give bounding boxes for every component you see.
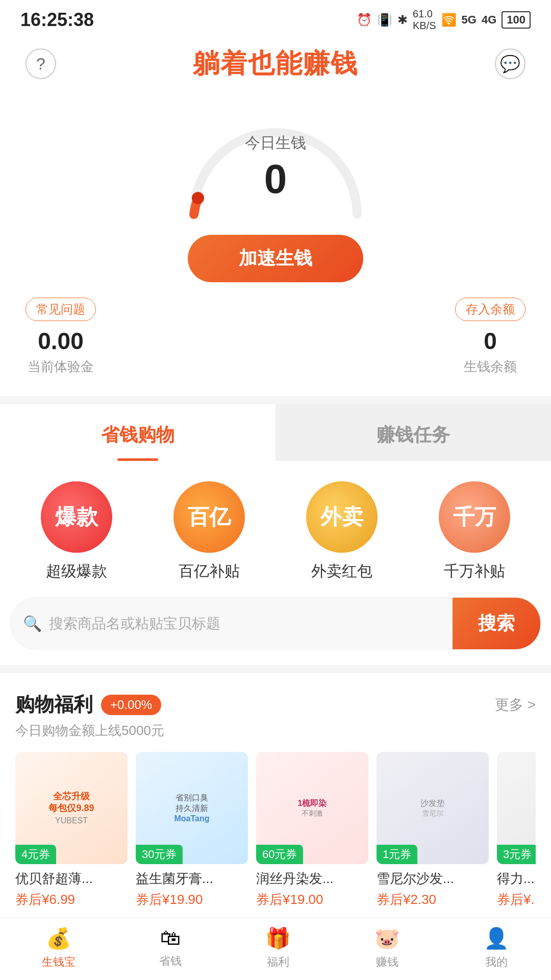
message-button[interactable]: 💬 [495, 48, 525, 79]
category-takeout[interactable]: 外卖 外卖红包 [306, 481, 378, 582]
search-button[interactable]: 搜索 [453, 598, 540, 649]
speed-indicator: 61.0KB/S [413, 8, 436, 32]
product-card[interactable]: 1梳即染 不刺激 60元券 润丝丹染发... 券后¥19.00 [256, 752, 368, 909]
product-coupon: 3元券 [497, 845, 536, 864]
wifi-icon: 🛜 [441, 13, 457, 27]
nav-item-home[interactable]: 💰 生钱宝 [42, 926, 76, 970]
search-bar: 🔍 搜索商品名或粘贴宝贝标题 搜索 [10, 597, 541, 650]
nav-label-save: 省钱 [159, 953, 182, 969]
product-price: 券后¥19.00 [256, 891, 368, 909]
help-button[interactable]: ? [26, 48, 56, 79]
benefits-header: 购物福利 +0.00% 更多 > [15, 692, 536, 718]
accelerate-button[interactable]: 加速生钱 [188, 235, 363, 282]
million-subsidy-label: 千万补贴 [444, 561, 505, 582]
main-balance-desc: 生钱余额 [464, 358, 517, 376]
category-section: 爆款 超级爆款 百亿 百亿补贴 外卖 外卖红包 千万 千万补贴 🔍 [0, 461, 551, 665]
gauge-value: 0 [245, 159, 306, 200]
search-input-wrap[interactable]: 🔍 搜索商品名或粘贴宝贝标题 [11, 614, 453, 633]
super-deals-icon: 爆款 [41, 481, 112, 553]
product-image: 省别口臭持久清新 MoaTang 30元券 [136, 752, 248, 864]
search-icon: 🔍 [23, 615, 42, 632]
question-icon: ? [36, 55, 45, 74]
bottom-nav: 💰 生钱宝 🛍 省钱 🎁 福利 🐷 赚钱 👤 我的 [0, 918, 551, 980]
product-card[interactable]: 全芯升级每包仅9.89 YUBEST 4元券 优贝舒超薄... 券后¥6.99 [15, 752, 128, 909]
main-balance: 存入余额 0 生钱余额 [455, 298, 525, 376]
svg-point-0 [192, 192, 204, 204]
experience-balance: 常见问题 0.00 当前体验金 [26, 298, 96, 376]
million-subsidy-icon: 千万 [439, 481, 510, 553]
search-placeholder: 搜索商品名或粘贴宝贝标题 [49, 614, 220, 633]
faq-tag[interactable]: 常见问题 [26, 298, 96, 321]
product-card[interactable]: 沙发垫 雪尼尔 1元券 雪尼尔沙发... 券后¥2.30 [377, 752, 489, 909]
nav-item-save[interactable]: 🛍 省钱 [159, 926, 182, 970]
nav-item-profile[interactable]: 👤 我的 [484, 926, 509, 970]
product-image: 全芯升级每包仅9.89 YUBEST 4元券 [15, 752, 128, 864]
super-deals-label: 超级爆款 [46, 561, 107, 582]
product-name: 优贝舒超薄... [15, 869, 128, 888]
earn-icon: 🐷 [374, 926, 400, 950]
battery-icon: 100 [502, 11, 531, 29]
bluetooth-icon: ✱ [397, 13, 408, 27]
product-coupon: 60元券 [256, 845, 303, 864]
header: ? 躺着也能赚钱 💬 [0, 36, 551, 97]
category-grid: 爆款 超级爆款 百亿 百亿补贴 外卖 外卖红包 千万 千万补贴 [10, 481, 541, 582]
benefits-title-row: 购物福利 +0.00% [15, 692, 161, 718]
status-icons: ⏰ 📳 ✱ 61.0KB/S 🛜 5G 4G 100 [357, 8, 531, 32]
takeout-icon: 外卖 [306, 481, 378, 553]
gauge-center: 今日生钱 0 [245, 133, 306, 200]
billion-subsidy-icon: 百亿 [173, 481, 245, 553]
product-price: 券后¥19.90 [136, 891, 248, 909]
benefits-section: 购物福利 +0.00% 更多 > 今日购物金额上线5000元 全芯升级每包仅9.… [0, 673, 551, 919]
save-icon: 🛍 [160, 926, 181, 949]
vibrate-icon: 📳 [377, 13, 392, 27]
category-million-subsidy[interactable]: 千万 千万补贴 [439, 481, 510, 582]
benefits-badge: +0.00% [101, 695, 161, 715]
product-name: 得力... [497, 869, 536, 888]
status-time: 16:25:38 [20, 9, 94, 31]
product-image: 得力 deli 3元券 [497, 752, 536, 864]
nav-item-welfare[interactable]: 🎁 福利 [265, 926, 291, 970]
product-coupon: 30元券 [136, 845, 183, 864]
product-coupon: 1元券 [377, 845, 417, 864]
app-title: 躺着也能赚钱 [193, 46, 358, 82]
billion-subsidy-label: 百亿补贴 [179, 561, 240, 582]
product-name: 润丝丹染发... [256, 869, 368, 888]
signal-5g: 5G [462, 13, 477, 27]
product-image: 沙发垫 雪尼尔 1元券 [377, 752, 489, 864]
alarm-icon: ⏰ [357, 13, 372, 27]
deposit-tag[interactable]: 存入余额 [455, 298, 525, 321]
welfare-icon: 🎁 [265, 926, 291, 950]
product-name: 雪尼尔沙发... [377, 869, 489, 888]
main-card: 今日生钱 0 加速生钱 常见问题 0.00 当前体验金 存入余额 0 生钱余额 [0, 97, 551, 396]
product-name: 益生菌牙膏... [136, 869, 248, 888]
category-super-deals[interactable]: 爆款 超级爆款 [41, 481, 112, 582]
gauge-label: 今日生钱 [245, 133, 306, 154]
chat-icon: 💬 [500, 54, 520, 74]
category-billion-subsidy[interactable]: 百亿 百亿补贴 [173, 481, 245, 582]
nav-item-earn[interactable]: 🐷 赚钱 [374, 926, 400, 970]
product-card[interactable]: 得力 deli 3元券 得力... 券后¥... [497, 752, 536, 909]
tab-earn[interactable]: 赚钱任务 [276, 404, 551, 461]
nav-label-welfare: 福利 [267, 954, 289, 970]
product-price: 券后¥... [497, 891, 536, 909]
product-price: 券后¥6.99 [15, 891, 128, 909]
takeout-label: 外卖红包 [311, 561, 372, 582]
product-image: 1梳即染 不刺激 60元券 [256, 752, 368, 864]
benefits-more-button[interactable]: 更多 > [495, 695, 536, 715]
gauge-container: 今日生钱 0 加速生钱 [26, 112, 525, 282]
product-price: 券后¥2.30 [377, 891, 489, 909]
product-card[interactable]: 省别口臭持久清新 MoaTang 30元券 益生菌牙膏... 券后¥19.90 [136, 752, 248, 909]
profile-icon: 👤 [484, 926, 509, 950]
experience-value: 0.00 [38, 327, 84, 355]
status-bar: 16:25:38 ⏰ 📳 ✱ 61.0KB/S 🛜 5G 4G 100 [0, 0, 551, 36]
balance-row: 常见问题 0.00 当前体验金 存入余额 0 生钱余额 [26, 298, 525, 376]
nav-label-home: 生钱宝 [42, 954, 76, 970]
nav-label-earn: 赚钱 [376, 954, 398, 970]
products-row: 全芯升级每包仅9.89 YUBEST 4元券 优贝舒超薄... 券后¥6.99 … [15, 752, 536, 909]
product-coupon: 4元券 [15, 845, 56, 864]
tab-shopping[interactable]: 省钱购物 [0, 404, 276, 461]
tabs: 省钱购物 赚钱任务 [0, 404, 551, 461]
main-balance-value: 0 [484, 327, 497, 355]
experience-desc: 当前体验金 [28, 358, 94, 376]
nav-label-profile: 我的 [485, 954, 508, 970]
